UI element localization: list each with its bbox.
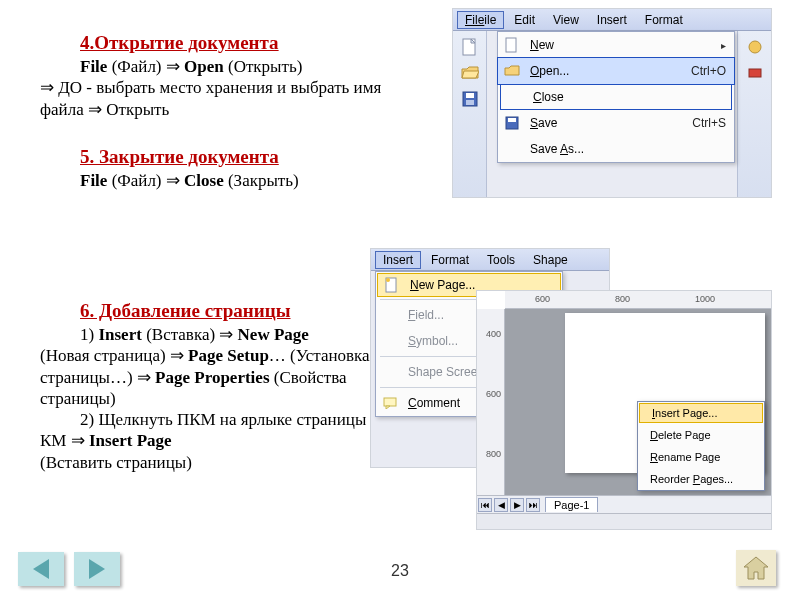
vertical-ruler: 400 600 800 [477, 309, 505, 495]
tab-nav-last[interactable]: ⏭ [526, 498, 540, 512]
section-6-title: 6. Добавление страницы [80, 300, 400, 322]
save-icon[interactable] [460, 89, 480, 109]
shortcut-label: Ctrl+O [685, 64, 726, 78]
menu-shape[interactable]: Shape [525, 251, 576, 269]
toolbar-right [737, 31, 771, 198]
newpage-icon [380, 275, 404, 295]
menubar: Fileile Edit View Insert Format [453, 9, 771, 31]
open-icon [500, 61, 524, 81]
menu-tools[interactable]: Tools [479, 251, 523, 269]
menu-file[interactable]: Fileile [457, 11, 504, 29]
section-4-body: File (Файл) ⇒ Open (Открыть) [40, 56, 410, 77]
section-4-title: 4.Открытие документа [80, 32, 410, 54]
svg-point-7 [749, 41, 761, 53]
toolbar-icon[interactable] [745, 63, 765, 83]
menu-format[interactable]: Format [423, 251, 477, 269]
menu-item-new[interactable]: New [498, 32, 734, 58]
svg-marker-17 [744, 557, 768, 579]
menu-item-open[interactable]: Open... Ctrl+O [498, 58, 734, 84]
menu-insert[interactable]: Insert [589, 11, 635, 29]
toolbar-left [453, 31, 487, 198]
menubar: Insert Format Tools Shape [371, 249, 609, 271]
comment-icon [378, 393, 402, 413]
svg-rect-9 [506, 38, 516, 52]
menu-item-saveas[interactable]: Save As... [498, 136, 734, 162]
page-tab-screenshot: 600 800 1000 400 600 800 ⏮ ◀ ▶ ⏭ Page-1 … [476, 290, 772, 530]
file-dropdown: New Open... Ctrl+O Close Save Ctrl+S Sav… [497, 31, 735, 163]
menu-item-close[interactable]: Close [500, 84, 732, 110]
ctx-reorder-pages[interactable]: Reorder Pages... [638, 468, 764, 490]
page-context-menu: Insert Page... Delete Page Rename Page R… [637, 401, 765, 491]
arrow-right-icon [89, 559, 105, 579]
menu-item-save[interactable]: Save Ctrl+S [498, 110, 734, 136]
horizontal-ruler: 600 800 1000 [505, 291, 771, 309]
toolbar-icon[interactable] [745, 37, 765, 57]
svg-rect-6 [466, 100, 474, 105]
home-icon [742, 555, 770, 581]
menu-format[interactable]: Format [637, 11, 691, 29]
new-icon [500, 35, 524, 55]
svg-rect-8 [749, 69, 761, 77]
open-folder-icon[interactable] [460, 63, 480, 83]
ctx-rename-page[interactable]: Rename Page [638, 446, 764, 468]
section-5-body: File (Файл) ⇒ Close (Закрыть) [40, 170, 410, 191]
section-6-body-1: 1) Insert (Вставка) ⇒ New Page [40, 324, 400, 345]
section-6-body-2: 2) Щелкнуть ПКМ на ярлыке страницы ⇒ КМ … [40, 409, 400, 452]
home-button[interactable] [736, 550, 776, 586]
section-4-body-2: ⇒ ДО - выбрать место хранения и выбрать … [40, 77, 410, 120]
ctx-delete-page[interactable]: Delete Page [638, 424, 764, 446]
svg-rect-5 [466, 93, 474, 98]
section-5-title: 5. Закрытие документа [80, 146, 410, 168]
svg-marker-10 [505, 66, 519, 75]
prev-slide-button[interactable] [18, 552, 64, 586]
svg-rect-15 [384, 398, 396, 406]
svg-marker-16 [386, 406, 390, 409]
svg-point-14 [386, 278, 390, 282]
next-slide-button[interactable] [74, 552, 120, 586]
save-icon [500, 113, 524, 133]
menu-view[interactable]: View [545, 11, 587, 29]
page-number: 23 [0, 562, 800, 580]
new-doc-icon[interactable] [460, 37, 480, 57]
menu-edit[interactable]: Edit [506, 11, 543, 29]
horizontal-scrollbar[interactable] [477, 513, 771, 529]
menu-insert[interactable]: Insert [375, 251, 421, 269]
tab-nav-next[interactable]: ▶ [510, 498, 524, 512]
svg-marker-3 [462, 71, 479, 78]
arrow-left-icon [33, 559, 49, 579]
page-tab-strip: ⏮ ◀ ▶ ⏭ Page-1 [477, 495, 771, 513]
ctx-insert-page[interactable]: Insert Page... [639, 403, 763, 423]
shortcut-label: Ctrl+S [686, 116, 726, 130]
file-menu-screenshot: Fileile Edit View Insert Format New Open… [452, 8, 772, 198]
tab-nav-first[interactable]: ⏮ [478, 498, 492, 512]
tab-nav-prev[interactable]: ◀ [494, 498, 508, 512]
svg-rect-12 [508, 118, 516, 122]
page-tab[interactable]: Page-1 [545, 497, 598, 512]
